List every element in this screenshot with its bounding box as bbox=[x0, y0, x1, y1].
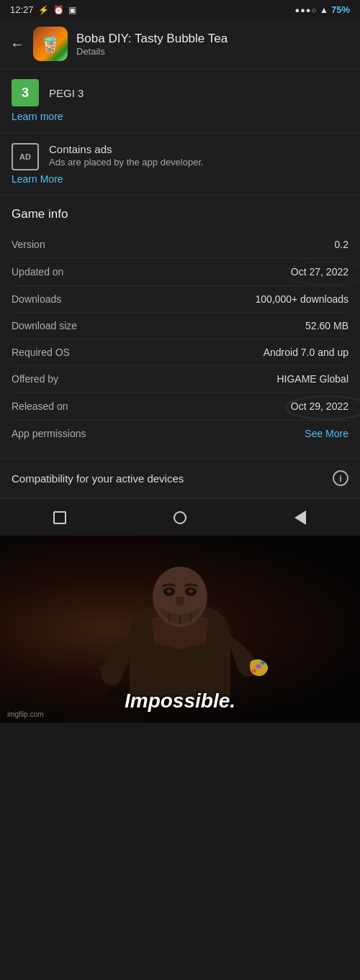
ads-learn-more-link[interactable]: Learn More bbox=[12, 173, 348, 185]
time-display: 12:27 bbox=[10, 4, 34, 15]
updated-on-label: Updated on bbox=[12, 266, 63, 278]
ads-title: Contains ads bbox=[49, 143, 204, 155]
released-on-row: Released on Oct 29, 2022 bbox=[12, 393, 348, 421]
ads-section: AD Contains ads Ads are placed by the ap… bbox=[0, 133, 360, 196]
pegi-section: 3 PEGI 3 Learn more bbox=[0, 69, 360, 133]
ads-text-block: Contains ads Ads are placed by the app d… bbox=[49, 143, 204, 168]
battery-percent: 75% bbox=[331, 4, 350, 15]
app-header: ← 🧋 Boba DIY: Tasty Bubble Tea Details bbox=[0, 19, 360, 69]
released-on-value-wrapper: Oct 29, 2022 bbox=[291, 400, 348, 413]
home-button[interactable] bbox=[166, 503, 194, 532]
meme-text: Impossible. bbox=[125, 690, 235, 713]
updated-on-value: Oct 27, 2022 bbox=[291, 266, 348, 278]
downloads-value: 100,000+ downloads bbox=[255, 293, 348, 305]
back-button[interactable]: ← bbox=[10, 36, 24, 52]
app-name: Boba DIY: Tasty Bubble Tea bbox=[76, 32, 228, 46]
record-icon: ▣ bbox=[68, 5, 76, 15]
required-os-value: Android 7.0 and up bbox=[264, 347, 348, 358]
imgflip-watermark: imgflip.com bbox=[7, 710, 44, 718]
thanos-figure bbox=[58, 550, 302, 701]
meme-area: Impossible. imgflip.com bbox=[0, 536, 360, 723]
released-on-label: Released on bbox=[12, 400, 68, 412]
app-permissions-row: App permissions See More bbox=[12, 421, 348, 447]
ads-description: Ads are placed by the app developer. bbox=[49, 157, 204, 168]
offered-by-label: Offered by bbox=[12, 373, 58, 385]
version-value: 0.2 bbox=[335, 239, 348, 250]
updated-on-value-wrapper: Oct 27, 2022 bbox=[291, 265, 348, 278]
see-more-link[interactable]: See More bbox=[305, 428, 348, 439]
offered-by-row: Offered by HIGAME Global bbox=[12, 366, 348, 393]
pegi-row: 3 PEGI 3 bbox=[12, 79, 348, 106]
info-icon[interactable]: i bbox=[333, 470, 348, 486]
signal-dots: ●●●○ bbox=[295, 6, 318, 14]
status-right: ●●●○ ▲ 75% bbox=[295, 4, 351, 15]
svg-point-10 bbox=[189, 590, 193, 592]
downloads-label: Downloads bbox=[12, 293, 61, 305]
nav-bar bbox=[0, 498, 360, 536]
square-icon bbox=[53, 511, 66, 524]
downloads-row: Downloads 100,000+ downloads bbox=[12, 286, 348, 313]
download-size-label: Download size bbox=[12, 320, 77, 331]
offered-by-value: HIGAME Global bbox=[276, 373, 348, 385]
status-bar: 12:27 ⚡ ⏰ ▣ ●●●○ ▲ 75% bbox=[0, 0, 360, 19]
circle-icon bbox=[174, 511, 186, 524]
required-os-label: Required OS bbox=[12, 347, 70, 358]
clock-icon: ⏰ bbox=[53, 5, 64, 15]
version-label: Version bbox=[12, 239, 45, 250]
wifi-icon: ▲ bbox=[320, 5, 328, 15]
app-icon: 🧋 bbox=[33, 27, 68, 61]
svg-point-13 bbox=[252, 669, 256, 673]
compatibility-section: Compatibility for your active devices i bbox=[0, 459, 360, 498]
pegi-badge: 3 bbox=[12, 79, 39, 106]
required-os-row: Required OS Android 7.0 and up bbox=[12, 339, 348, 366]
app-permissions-label: App permissions bbox=[12, 428, 86, 439]
ad-badge: AD bbox=[12, 143, 39, 170]
svg-point-12 bbox=[261, 661, 265, 665]
pegi-label: PEGI 3 bbox=[49, 87, 84, 99]
svg-point-11 bbox=[256, 664, 261, 669]
app-subtitle: Details bbox=[76, 46, 228, 57]
recent-apps-button[interactable] bbox=[45, 503, 74, 532]
download-size-row: Download size 52.60 MB bbox=[12, 313, 348, 339]
download-size-value: 52.60 MB bbox=[305, 320, 348, 331]
game-info-title: Game info bbox=[12, 207, 348, 221]
released-on-value: Oct 29, 2022 bbox=[291, 400, 348, 412]
app-icon-image: 🧋 bbox=[33, 27, 68, 61]
compatibility-row: Compatibility for your active devices i bbox=[12, 470, 348, 486]
compatibility-title: Compatibility for your active devices bbox=[12, 472, 184, 485]
svg-point-9 bbox=[167, 590, 171, 592]
game-info-section: Game info Version 0.2 Updated on Oct 27,… bbox=[0, 196, 360, 459]
ads-row: AD Contains ads Ads are placed by the ap… bbox=[12, 143, 348, 170]
app-title-block: Boba DIY: Tasty Bubble Tea Details bbox=[76, 32, 228, 57]
back-nav-button[interactable] bbox=[286, 503, 315, 532]
updated-on-row: Updated on Oct 27, 2022 bbox=[12, 258, 348, 286]
status-left: 12:27 ⚡ ⏰ ▣ bbox=[10, 4, 76, 15]
triangle-icon bbox=[294, 510, 306, 525]
version-row: Version 0.2 bbox=[12, 232, 348, 258]
alarm-icon: ⚡ bbox=[38, 5, 49, 15]
pegi-learn-more-link[interactable]: Learn more bbox=[12, 111, 348, 122]
